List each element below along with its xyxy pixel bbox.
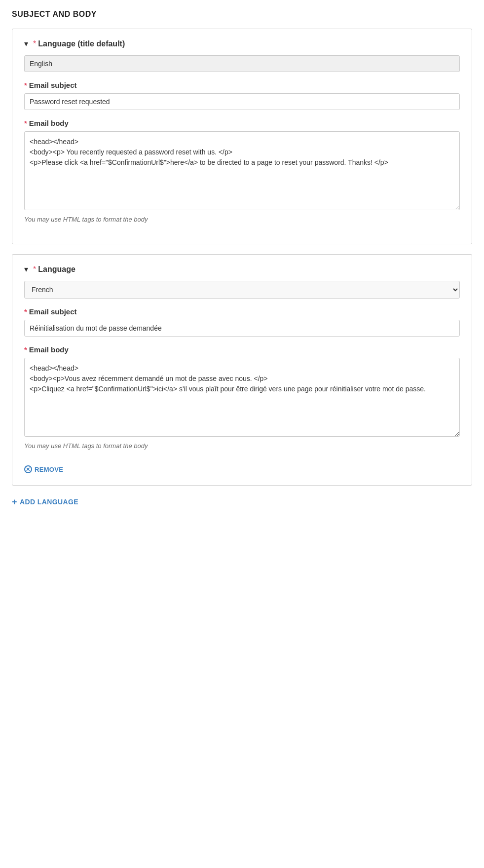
email-subject-label-french: * Email subject: [24, 307, 460, 316]
email-subject-input-english[interactable]: [24, 93, 460, 110]
email-subject-input-french[interactable]: [24, 320, 460, 337]
required-star-body-en: *: [24, 119, 27, 127]
chevron-down-icon-french[interactable]: ▾: [24, 264, 28, 274]
language-select-group-french: French English Spanish German: [24, 281, 460, 299]
html-hint-french: You may use HTML tags to format the body: [24, 442, 460, 450]
email-body-textarea-english[interactable]: <head></head> <body><p> You recently req…: [24, 131, 460, 210]
required-star: *: [33, 39, 36, 48]
language-block-english: ▾ * Language (title default) English * E…: [12, 29, 472, 244]
chevron-down-icon[interactable]: ▾: [24, 39, 28, 48]
page-title: SUBJECT AND BODY: [12, 10, 472, 19]
email-subject-group-english: * Email subject: [24, 81, 460, 110]
email-subject-label-english: * Email subject: [24, 81, 460, 89]
html-hint-english: You may use HTML tags to format the body: [24, 216, 460, 223]
required-star-body-fr: *: [24, 345, 27, 354]
add-language-label: ADD LANGUAGE: [20, 498, 78, 506]
email-body-group-french: * Email body <head></head> <body><p>Vous…: [24, 345, 460, 450]
language-static-value-english: English: [24, 55, 460, 72]
email-body-label-english: * Email body: [24, 119, 460, 127]
email-body-group-english: * Email body <head></head> <body><p> You…: [24, 119, 460, 223]
email-body-textarea-french[interactable]: <head></head> <body><p>Vous avez récemme…: [24, 358, 460, 437]
remove-icon: ✕: [24, 465, 32, 473]
language-select-french[interactable]: French English Spanish German: [24, 281, 460, 299]
email-subject-group-french: * Email subject: [24, 307, 460, 337]
required-star-subject-fr: *: [24, 307, 27, 316]
remove-button[interactable]: ✕ REMOVE: [24, 465, 63, 473]
language-block-french: ▾ * Language French English Spanish Germ…: [12, 254, 472, 486]
language-section-label-french: Language: [38, 265, 75, 274]
add-icon: +: [12, 497, 17, 506]
add-language-button[interactable]: + ADD LANGUAGE: [12, 497, 78, 506]
language-section-label-english: Language (title default): [38, 39, 125, 48]
section-header-english: ▾ * Language (title default): [24, 39, 460, 48]
section-header-french: ▾ * Language: [24, 264, 460, 274]
language-field-group-english: English: [24, 55, 460, 72]
required-star-subject-en: *: [24, 81, 27, 89]
email-body-label-french: * Email body: [24, 345, 460, 354]
required-star-french: *: [33, 265, 36, 274]
remove-label: REMOVE: [35, 466, 63, 473]
